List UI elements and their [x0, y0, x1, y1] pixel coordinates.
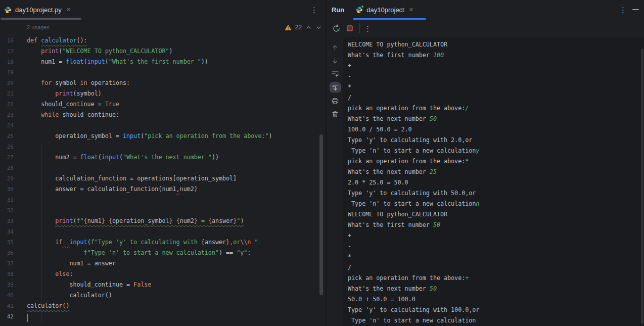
code-line[interactable]: 30 answer = calculation_function(num1,nu…	[0, 184, 326, 195]
indent-guide	[41, 111, 41, 121]
code-token: (	[98, 154, 102, 161]
code-line[interactable]: 2 usages	[0, 22, 326, 35]
line-number[interactable]: 41	[0, 301, 14, 311]
code-line[interactable]: 34	[0, 226, 326, 237]
editor-options-kebab-icon[interactable]: ⋮	[310, 6, 317, 14]
run-tab-day10project[interactable]: day10project ✕	[351, 0, 418, 19]
previous-warning-chevron-up-icon[interactable]	[305, 24, 312, 31]
code-line[interactable]: 19	[0, 67, 326, 78]
line-number[interactable]: 35	[0, 237, 14, 248]
code-line[interactable]: 22 should_continue = True	[0, 99, 326, 110]
scroll-to-end-icon[interactable]	[330, 83, 340, 92]
rerun-button[interactable]	[331, 23, 341, 33]
code-editor[interactable]: 2 usages16def calculator():17 print("WEL…	[0, 21, 326, 326]
run-options-kebab-icon[interactable]: ⋮	[619, 6, 626, 14]
code-line[interactable]: 28	[0, 163, 326, 173]
code-line[interactable]: 41calculator()	[0, 301, 326, 311]
editor-scrollbar[interactable]	[319, 134, 323, 295]
console-user-input: 50	[430, 115, 437, 122]
code-text: calculator()	[27, 290, 112, 301]
code-line[interactable]: 38 else:	[0, 269, 326, 280]
stop-button[interactable]	[345, 23, 355, 33]
code-text: else:	[27, 269, 73, 280]
code-line[interactable]: 40 calculator()	[0, 290, 326, 301]
console-more-kebab-icon[interactable]: ⋮	[364, 25, 371, 32]
code-token: ) ==	[219, 249, 237, 256]
minimize-icon[interactable]	[632, 9, 639, 10]
line-number[interactable]: 32	[0, 205, 14, 216]
line-number[interactable]: 20	[0, 78, 14, 88]
line-number[interactable]: 17	[0, 46, 14, 57]
code-line[interactable]: 33 print(f"{num1} {operation_symbol} {nu…	[0, 216, 326, 226]
run-tool-window: Run day10project ✕ ⋮	[327, 0, 644, 326]
scroll-up-icon[interactable]	[330, 43, 340, 52]
line-number[interactable]: 23	[0, 110, 14, 120]
code-line[interactable]: 18 num1 = float(input("What's the first …	[0, 57, 326, 67]
editor-tab-day10project[interactable]: day10project.py ✕	[0, 0, 75, 19]
code-token: if	[55, 239, 62, 246]
close-run-tab-icon[interactable]: ✕	[409, 7, 413, 13]
line-number[interactable]: 33	[0, 216, 14, 226]
code-line[interactable]: 42	[0, 311, 326, 322]
line-number[interactable]: 16	[0, 35, 14, 46]
code-line[interactable]: 24	[0, 120, 326, 131]
scroll-down-icon[interactable]	[330, 57, 340, 65]
code-token: }	[194, 217, 198, 224]
code-line[interactable]: 23 while should_continue:	[0, 110, 326, 120]
code-line[interactable]: 35 if input(f"Type 'y' to calculating wi…	[0, 237, 326, 248]
line-number[interactable]: 25	[0, 131, 14, 142]
line-number[interactable]	[0, 22, 14, 35]
code-line[interactable]: 27 num2 = float(input("What's the next n…	[0, 152, 326, 163]
line-number[interactable]: 42	[0, 311, 14, 322]
close-tab-icon[interactable]: ✕	[66, 7, 71, 13]
line-number[interactable]: 31	[0, 195, 14, 205]
code-line[interactable]: 21 print(symbol)	[0, 88, 326, 99]
code-line[interactable]: 20 for symbol in operations:	[0, 78, 326, 88]
line-number[interactable]: 30	[0, 184, 14, 195]
line-number[interactable]: 21	[0, 88, 14, 99]
soft-wrap-icon[interactable]	[330, 70, 340, 78]
print-icon[interactable]	[330, 97, 340, 105]
console-output-text: pick an operation from the above:	[348, 105, 465, 112]
toolbar-separator	[359, 23, 360, 33]
line-number[interactable]: 24	[0, 120, 14, 131]
code-line[interactable]: 36 f"Type 'n' to start a new calculation…	[0, 248, 326, 258]
code-line[interactable]: 37 num1 = answer	[0, 258, 326, 269]
code-line[interactable]: 17 print("WELCOME TO python_CALCULATOR")	[0, 46, 326, 57]
inspections-widget[interactable]: 22	[285, 24, 322, 31]
console-output[interactable]: WELCOME TO python_CALCULATORWhat's the f…	[343, 37, 644, 326]
code-line[interactable]: 29 calculation_function = operations[ope…	[0, 173, 326, 184]
code-line[interactable]: 16def calculator():	[0, 35, 326, 46]
code-line[interactable]: 39 should_continue = False	[0, 280, 326, 290]
line-number[interactable]: 28	[0, 163, 14, 173]
code-token: num2 =	[27, 154, 80, 161]
code-line[interactable]: 31	[0, 195, 326, 205]
line-number[interactable]: 34	[0, 226, 14, 237]
code-line[interactable]: 25 operation_symbol = input("pick an ope…	[0, 131, 326, 142]
code-text: if input(f"Type 'y' to calculating with …	[27, 237, 258, 248]
code-text: print("WELCOME TO python_CALCULATOR")	[27, 46, 173, 57]
ide-window: { "editor": { "tab_title": "day10project…	[0, 0, 644, 326]
line-number[interactable]: 36	[0, 248, 14, 258]
code-token: (	[84, 58, 87, 65]
line-number[interactable]: 18	[0, 57, 14, 67]
code-token: "	[251, 239, 258, 246]
line-number[interactable]: 40	[0, 290, 14, 301]
code-line[interactable]: 32	[0, 205, 326, 216]
line-number[interactable]: 27	[0, 152, 14, 163]
console-user-input: *	[465, 158, 469, 165]
line-number[interactable]: 22	[0, 99, 14, 110]
line-number[interactable]: 38	[0, 269, 14, 280]
code-text: answer = calculation_function(num1,num2)	[27, 184, 198, 195]
clear-all-trash-icon[interactable]	[330, 110, 340, 118]
line-number[interactable]: 19	[0, 67, 14, 78]
line-number[interactable]: 29	[0, 173, 14, 184]
line-number[interactable]: 39	[0, 280, 14, 290]
console-line: Type 'y' to calculating with 2.0,or	[348, 135, 644, 146]
line-number[interactable]: 37	[0, 258, 14, 269]
next-warning-chevron-down-icon[interactable]	[315, 24, 322, 31]
console-line: *	[348, 252, 644, 262]
console-scrollbar[interactable]	[641, 49, 643, 324]
code-line[interactable]: 26	[0, 142, 326, 152]
line-number[interactable]: 26	[0, 142, 14, 152]
